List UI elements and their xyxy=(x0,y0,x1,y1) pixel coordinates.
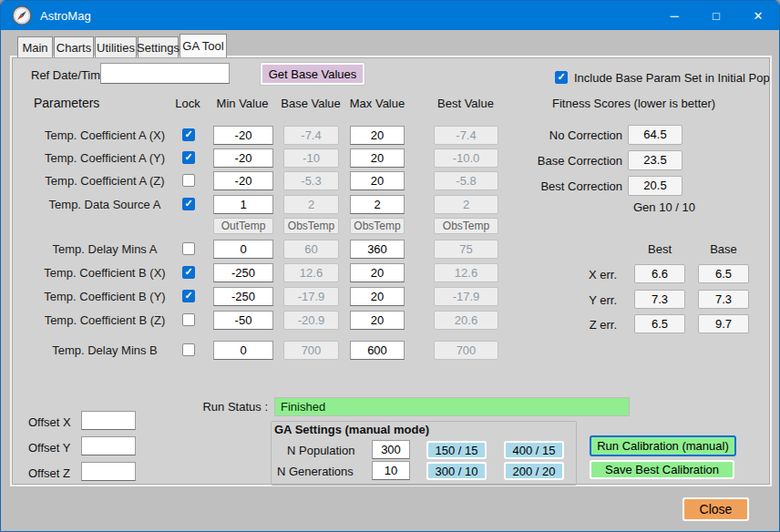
min-value-input[interactable] xyxy=(213,311,273,330)
ref-datetime-label: Ref Date/Time xyxy=(31,68,107,82)
max-value-input[interactable] xyxy=(350,311,405,330)
include-base-label: Include Base Param Set in Initial Pop xyxy=(574,71,770,85)
base-value-field: -7.4 xyxy=(283,126,339,145)
err-best-header: Best xyxy=(634,242,685,256)
base-value-field: -10 xyxy=(283,148,339,168)
base-source-field: ObsTemp xyxy=(283,218,339,234)
run-status-value: Finished xyxy=(274,397,630,416)
tab-settings[interactable]: Settings xyxy=(138,36,179,57)
window-controls: ─ □ ✕ xyxy=(653,1,779,30)
param-label: Temp. Coefficient A (Y) xyxy=(24,151,186,165)
lock-checkbox[interactable] xyxy=(182,266,195,279)
include-base-checkbox[interactable] xyxy=(555,71,568,84)
offset-z-label: Offset Z xyxy=(28,466,70,480)
n-population-input[interactable] xyxy=(372,440,410,459)
lock-checkbox[interactable] xyxy=(182,343,195,356)
base-correction-score: 23.5 xyxy=(628,150,682,170)
no-correction-score: 64.5 xyxy=(628,125,682,145)
best-value-field: 700 xyxy=(434,341,498,360)
max-value-input[interactable] xyxy=(350,171,405,190)
base-value-field: -17.9 xyxy=(283,287,339,306)
min-value-input[interactable] xyxy=(213,240,273,259)
lock-checkbox[interactable] xyxy=(182,151,195,164)
y-err-best: 7.3 xyxy=(634,290,685,309)
param-label: Temp. Coefficient B (Z) xyxy=(24,313,186,327)
y-err-base: 7.3 xyxy=(698,290,749,309)
best-value-field: -10.0 xyxy=(434,148,498,168)
max-value-header: Max Value xyxy=(345,97,409,110)
param-label: Temp. Coefficient B (X) xyxy=(24,266,186,280)
compass-icon xyxy=(12,5,32,26)
ga-settings-title: GA Settings (manual mode) xyxy=(274,423,429,436)
min-value-input[interactable] xyxy=(213,287,273,306)
lock-checkbox[interactable] xyxy=(182,198,195,210)
max-value-input[interactable] xyxy=(350,341,405,360)
min-value-input[interactable] xyxy=(213,171,273,190)
best-value-field: -5.8 xyxy=(434,171,498,190)
base-value-field: -20.9 xyxy=(283,311,339,330)
preset-400-15-button[interactable]: 400 / 15 xyxy=(504,441,564,459)
offset-y-input[interactable] xyxy=(81,436,136,455)
z-err-best: 6.5 xyxy=(634,314,685,333)
max-value-input[interactable] xyxy=(350,263,405,282)
tab-charts[interactable]: Charts xyxy=(54,36,94,57)
save-best-calibration-button[interactable]: Save Best Calibration xyxy=(590,460,734,479)
app-window: AstroMag ─ □ ✕ Main Charts Utilities Set… xyxy=(0,0,780,532)
close-button[interactable]: Close xyxy=(682,497,749,521)
param-row-data-source-names: OutTemp ObsTemp ObsTemp ObsTemp xyxy=(10,218,648,234)
min-value-header: Min Value xyxy=(210,97,274,110)
min-value-input[interactable] xyxy=(213,126,273,145)
ref-datetime-input[interactable] xyxy=(100,63,230,84)
n-population-label: N Population xyxy=(287,444,354,457)
base-value-field: 2 xyxy=(283,195,339,214)
max-value-input[interactable] xyxy=(350,287,405,306)
offset-x-label: Offset X xyxy=(28,415,71,429)
n-generations-input[interactable] xyxy=(372,461,410,480)
lock-checkbox[interactable] xyxy=(182,128,195,141)
lock-checkbox[interactable] xyxy=(182,174,195,187)
close-window-icon[interactable]: ✕ xyxy=(737,1,779,30)
parameters-heading: Parameters xyxy=(34,96,99,110)
z-err-base: 9.7 xyxy=(698,314,749,333)
preset-150-15-button[interactable]: 150 / 15 xyxy=(426,441,487,459)
offset-x-input[interactable] xyxy=(81,411,136,430)
base-correction-label: Base Correction xyxy=(493,154,622,168)
best-value-field: 2 xyxy=(434,195,498,214)
max-value-input[interactable] xyxy=(350,240,405,259)
x-err-label: X err. xyxy=(546,268,617,281)
base-value-field: 60 xyxy=(283,240,339,259)
param-label: Temp. Coefficient A (Z) xyxy=(24,174,186,188)
lock-checkbox[interactable] xyxy=(182,290,195,302)
minimize-icon[interactable]: ─ xyxy=(653,1,695,30)
tab-utilities[interactable]: Utilities xyxy=(95,36,137,57)
maximize-icon[interactable]: □ xyxy=(695,1,737,30)
fitness-heading: Fitness Scores (lower is better) xyxy=(552,97,715,110)
preset-300-10-button[interactable]: 300 / 10 xyxy=(426,462,487,480)
get-base-values-button[interactable]: Get Base Values xyxy=(261,63,364,85)
best-correction-score: 20.5 xyxy=(628,176,682,196)
base-value-field: 12.6 xyxy=(283,263,339,282)
min-value-input[interactable] xyxy=(213,195,273,214)
lock-checkbox[interactable] xyxy=(182,242,195,255)
best-correction-label: Best Correction xyxy=(493,179,622,193)
tab-ga-tool[interactable]: GA Tool xyxy=(180,34,227,57)
lock-checkbox[interactable] xyxy=(182,313,195,326)
preset-200-20-button[interactable]: 200 / 20 xyxy=(504,462,564,480)
n-generations-label: N Generations xyxy=(277,465,354,478)
x-err-best: 6.6 xyxy=(634,264,685,283)
best-source-field: ObsTemp xyxy=(434,218,498,234)
min-source-field: OutTemp xyxy=(213,218,273,234)
max-value-input[interactable] xyxy=(350,126,405,145)
min-value-input[interactable] xyxy=(213,263,273,282)
run-calibration-button[interactable]: Run Calibration (manual) xyxy=(590,435,736,456)
param-row-temp-delay-mins-a: Temp. Delay Mins A 60 75 xyxy=(10,240,648,260)
offset-z-input[interactable] xyxy=(81,462,136,481)
tab-main[interactable]: Main xyxy=(17,36,53,57)
base-value-field: 700 xyxy=(283,341,339,360)
base-value-field: -5.3 xyxy=(283,171,339,190)
max-value-input[interactable] xyxy=(350,195,405,214)
max-value-input[interactable] xyxy=(350,148,405,168)
min-value-input[interactable] xyxy=(213,148,273,168)
best-value-field: 20.6 xyxy=(434,311,498,330)
min-value-input[interactable] xyxy=(213,341,273,360)
